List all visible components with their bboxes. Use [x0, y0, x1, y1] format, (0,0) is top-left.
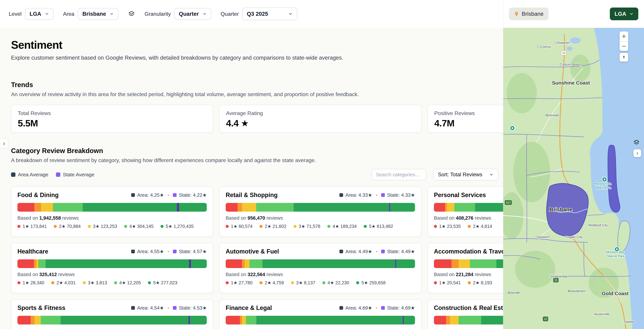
map-level-button[interactable]: LGA: [610, 7, 638, 20]
category-card: Automotive & FuelArea: 4.49★•State: 4.49…: [219, 243, 421, 293]
based-on-line: Based on 325,412 reviews: [18, 272, 207, 278]
left-panel-expand-tab[interactable]: ›: [0, 138, 8, 148]
chevron-right-icon: ›: [636, 150, 638, 157]
category-ratings: Area: 4.33★•State: 4.33★: [340, 192, 415, 198]
rating-distribution-bar: [18, 259, 207, 268]
bar-segment-4★: [38, 259, 46, 268]
star-dot: [83, 281, 86, 284]
star-count-chip: 3★ 123,253: [88, 224, 117, 229]
quarter-label: Quarter: [221, 11, 239, 17]
stat-card: Total Reviews5.5M: [11, 105, 213, 133]
stat-value: 5.5M: [18, 118, 206, 129]
map-place-label: Redland City: [588, 223, 608, 227]
stat-label: Total Reviews: [18, 110, 206, 116]
area-average-value: Area: 4.25★: [137, 192, 164, 198]
category-name: Finance & Legal: [226, 304, 272, 312]
star-count-label: 4★ 189,234: [332, 224, 357, 229]
bar-segment-2★: [34, 259, 36, 268]
star-count-chip: 5★ 613,482: [364, 224, 393, 229]
stat-card: Average Rating4.4★: [219, 105, 421, 133]
bar-segment-5★: [83, 203, 207, 212]
area-average-swatch: [131, 306, 135, 310]
star-count-label: 1★ 23,535: [439, 224, 461, 229]
bar-segment-2★: [242, 259, 245, 268]
area-label: Area: [63, 11, 74, 17]
quarter-group: Quarter Q3 2025: [221, 7, 297, 20]
star-count-label: 1★ 28,340: [22, 280, 44, 286]
search-input[interactable]: [372, 169, 426, 180]
sort-select[interactable]: Sort: Total Reviews: [433, 169, 498, 181]
bar-segment-5★: [256, 316, 415, 325]
star-count-chip: 4★ 12,205: [114, 280, 141, 286]
bar-segment-3★: [41, 203, 53, 212]
star-dot: [356, 281, 359, 284]
star-dot: [468, 225, 471, 228]
star-count-label: 2★ 21,602: [265, 224, 286, 229]
bar-segment-1★: [434, 203, 445, 212]
bar-segment-5★: [294, 203, 415, 212]
category-ratings: Area: 4.55★•State: 4.57★: [131, 249, 207, 254]
area-select[interactable]: Brisbane: [78, 8, 118, 20]
star-count-label: 1★ 27,780: [231, 280, 252, 286]
bar-segment-3★: [458, 259, 470, 268]
breakdown-controls: Area AverageState Average Sort: Total Re…: [11, 169, 498, 181]
separator-dot: •: [168, 249, 169, 254]
star-dot: [327, 225, 330, 228]
legend-label: State Average: [63, 172, 94, 177]
chevron-down-icon: [288, 12, 293, 16]
based-on-line: Based on 956,470 reviews: [226, 215, 415, 221]
legend-item: State Average: [56, 172, 94, 177]
bar-segment-4★: [256, 203, 294, 212]
level-select[interactable]: LGA: [25, 8, 54, 20]
quarter-select[interactable]: Q3 2025: [242, 7, 297, 20]
bar-segment-1★: [226, 203, 238, 212]
star-count-label: 2★ 8,193: [473, 280, 492, 286]
area-average-swatch: [340, 193, 343, 197]
star-count-chips: 1★ 60,5742★ 21,6023★ 71,5784★ 189,2345★ …: [226, 224, 415, 229]
category-ratings: Area: 4.49★•State: 4.49★: [340, 249, 415, 254]
map-canvas[interactable]: 70A171515 TewantinCooroyCoolum BeachSuns…: [503, 28, 644, 329]
area-average-value: Area: 4.49★: [346, 249, 372, 254]
category-card: HealthcareArea: 4.55★•State: 4.57★Based …: [11, 243, 213, 293]
legend-swatch: [56, 172, 60, 177]
stat-value: 4.4★: [226, 118, 415, 129]
zoom-in-button[interactable]: +: [620, 31, 628, 41]
category-card: Food & DiningArea: 4.25★•State: 4.22★Bas…: [11, 187, 213, 237]
map-panel-collapse-tab[interactable]: ›: [634, 149, 641, 157]
road-shield-label: 70: [562, 52, 565, 54]
star-count-chips: 1★ 173,8412★ 70,8843★ 123,2534★ 304,1455…: [18, 224, 207, 229]
star-dot: [160, 225, 164, 228]
total-reviews-value: 408,276: [456, 215, 474, 221]
total-reviews-value: 325,412: [39, 272, 57, 277]
bar-segment-2★: [452, 259, 458, 268]
bar-segment-4★: [458, 316, 481, 325]
total-reviews-value: 322,564: [248, 272, 265, 277]
state-average-value: State: 4.53★: [179, 305, 207, 311]
star-count-chip: 3★ 71,578: [294, 224, 320, 229]
star-dot: [54, 225, 57, 228]
map-layers-button[interactable]: [632, 139, 640, 146]
granularity-group: Granularity Quarter: [144, 8, 211, 20]
road-shield-label: 15: [554, 279, 558, 282]
star-dot: [226, 225, 229, 228]
compare-areas-button[interactable]: [128, 10, 135, 17]
bar-segment-4★: [250, 259, 262, 268]
zoom-out-button[interactable]: −: [620, 41, 628, 51]
star-dot: [18, 225, 20, 228]
map-area-badge[interactable]: Brisbane: [509, 7, 548, 20]
bar-segment-3★: [36, 259, 38, 268]
bar-segment-2★: [31, 316, 34, 325]
star-count-chip: 1★ 28,340: [18, 280, 44, 286]
category-name: Sports & Fitness: [18, 304, 65, 312]
star-count-chip: 2★ 4,031: [51, 280, 76, 286]
star-count-label: 5★ 613,482: [369, 224, 393, 229]
map-compass-button[interactable]: [620, 53, 628, 62]
category-card: Finance & LegalArea: 4.69★•State: 4.69★: [219, 299, 421, 329]
category-name: Healthcare: [18, 248, 48, 255]
bar-segment-4★: [470, 259, 496, 268]
star-dot: [294, 225, 296, 228]
separator-dot: •: [168, 193, 169, 198]
map-place-label: Cooroy: [540, 45, 551, 48]
park-marker-glyph: [616, 248, 618, 250]
granularity-select[interactable]: Quarter: [174, 8, 211, 20]
